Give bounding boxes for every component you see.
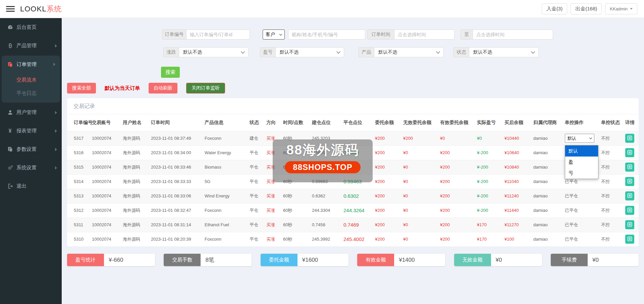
search-button[interactable]: 搜索 (161, 67, 180, 78)
app-logo: LOOKL系统 (20, 4, 62, 14)
updown-select[interactable]: 默认不选 (179, 47, 249, 57)
column-header: 订单时间 (149, 114, 203, 131)
cell-order-time: 2023-11-01 08:33:06 (149, 189, 203, 203)
cell-state: 平仓 (248, 160, 264, 174)
search-all-button[interactable]: 搜索全部 (67, 83, 96, 94)
cell-order-id: 5312 (67, 203, 90, 218)
sidebar-item-logout[interactable]: 退出 (0, 177, 62, 195)
default-today-label: 默认为当天订单 (105, 85, 140, 92)
summary-value: 8笔 (201, 254, 252, 266)
cell-product: Foxconn (203, 232, 248, 246)
cell-invalid-entrust: ¥0 (401, 160, 438, 174)
cell-invalid-entrust: ¥0 (401, 145, 438, 160)
product-select[interactable]: 默认不选 (374, 47, 444, 57)
sidebar-item-params[interactable]: 参数设置 (0, 140, 62, 159)
user-menu-button[interactable]: KKadmin (605, 3, 637, 14)
cell-duration: 60秒 (281, 160, 310, 174)
cell-control-state: 不控 (599, 160, 623, 174)
cell-entrust-balance: ¥200 (373, 160, 401, 174)
sidebar-item-label: 用户管理 (16, 109, 37, 116)
cell-control: 已平仓 (563, 189, 599, 203)
detail-button[interactable] (625, 177, 634, 186)
dropdown-option[interactable]: 亏 (565, 168, 598, 179)
sidebar-subitem-trade-flow[interactable]: 交易流水 (2, 73, 60, 86)
time-to-input[interactable] (473, 29, 553, 40)
order-no-label: 订单编号 (162, 29, 186, 40)
customer-search-input[interactable] (288, 29, 365, 40)
cell-state: 平仓 (248, 174, 264, 189)
summary-label: 交易手数 (164, 254, 201, 266)
status-select[interactable]: 默认不选 (469, 47, 539, 57)
cell-valid-entrust: ¥0 (438, 131, 475, 145)
dropdown-option[interactable]: 默认 (565, 145, 598, 157)
cell-valid-entrust: ¥200 (438, 189, 475, 203)
summary-value: ¥0 (491, 254, 542, 266)
cell-actual-profit: ¥-200 (475, 160, 502, 174)
auto-refresh-button[interactable]: 自动刷新 (149, 83, 177, 94)
cell-invalid-entrust: ¥0 (401, 218, 438, 232)
summary-label: 有效金额 (357, 254, 394, 266)
sidebar-item-system[interactable]: 系统设置 (0, 159, 62, 177)
cell-account: 10002074 (90, 218, 121, 232)
cell-user-name: 海外源码 (121, 218, 149, 232)
sidebar-item-products[interactable]: 产品管理 (0, 37, 62, 55)
cell-duration: 60秒 (281, 174, 310, 189)
list-icon (627, 135, 632, 141)
cell-open-point: 0.5659 (310, 145, 341, 160)
sidebar-item-users[interactable]: 用户管理 (0, 103, 62, 122)
customer-type-select[interactable]: 客户 (263, 29, 285, 40)
logo-text-red: 系统 (46, 5, 62, 13)
detail-button[interactable] (625, 220, 634, 229)
updown-value: 默认不选 (183, 49, 202, 55)
summary-value: ¥1400 (394, 254, 445, 266)
cell-direction: 买涨 (264, 189, 281, 203)
sidebar-item-dashboard[interactable]: 后台首页 (0, 18, 62, 37)
time-from-input[interactable] (394, 29, 454, 40)
withdraw-button[interactable]: 出金(168) (571, 3, 602, 14)
chevron-right-icon (55, 129, 57, 133)
column-header: 单控状态 (599, 114, 623, 131)
cell-order-time: 2023-11-01 08:32:47 (149, 203, 203, 218)
hamburger-menu-icon[interactable] (6, 5, 15, 13)
detail-button[interactable] (625, 134, 634, 143)
dropdown-option[interactable]: 盈 (565, 157, 598, 168)
cell-user-name: 海外源码 (121, 174, 149, 189)
order-no-input[interactable] (186, 29, 250, 40)
sidebar: 后台首页产品管理订单管理交易流水平仓日志用户管理¥报表管理参数设置系统设置退出 (0, 18, 62, 304)
cell-actual-profit: ¥170 (475, 232, 502, 246)
profit-select[interactable]: 默认不选 (275, 47, 344, 57)
cell-control: 已平仓 (563, 232, 599, 246)
sidebar-item-label: 退出 (16, 183, 26, 189)
sidebar-active-group: 订单管理交易流水平仓日志 (2, 56, 60, 103)
filter-updown: 涨跌 默认不选 (163, 47, 249, 57)
cell-agent: damiao (531, 131, 563, 145)
chevron-down-icon (336, 50, 340, 53)
close-monitor-button[interactable]: 关闭订单监听 (186, 83, 225, 94)
cell-duration: 60秒 (281, 145, 310, 160)
row-control-select[interactable]: 默认 (565, 134, 594, 143)
chevron-right-icon (53, 63, 55, 66)
detail-button[interactable] (625, 163, 634, 172)
summary-unit: 盈亏统计¥-660 (67, 254, 155, 266)
sidebar-item-orders[interactable]: 订单管理 (2, 56, 60, 73)
detail-button[interactable] (625, 235, 634, 244)
deposit-button[interactable]: 入金(3) (542, 3, 567, 14)
table-row: 531410002074海外源码2023-11-01 08:33:335G平仓买… (67, 174, 639, 189)
detail-button[interactable] (625, 191, 634, 200)
sidebar-item-label: 订单管理 (16, 61, 37, 68)
column-header: 订单编号 (67, 114, 90, 131)
sidebar-subitem-close-log[interactable]: 平仓日志 (2, 86, 60, 100)
cell-control-state: 不控 (599, 218, 623, 232)
orders-icon (7, 62, 13, 67)
sidebar-item-reports[interactable]: ¥报表管理 (0, 122, 62, 140)
column-header: 详情 (623, 114, 639, 131)
cell-product: 5G (203, 174, 248, 189)
cell-after-buy-balance: ¥100 (502, 232, 531, 246)
detail-button[interactable] (625, 148, 634, 157)
cell-duration: 60秒 (281, 131, 310, 145)
cell-agent: damiao (531, 145, 563, 160)
cell-open-point: 244.3304 (310, 203, 341, 218)
cell-valid-entrust: ¥200 (438, 232, 475, 246)
detail-button[interactable] (625, 206, 634, 215)
filter-status: 状态 默认不选 (453, 47, 539, 57)
